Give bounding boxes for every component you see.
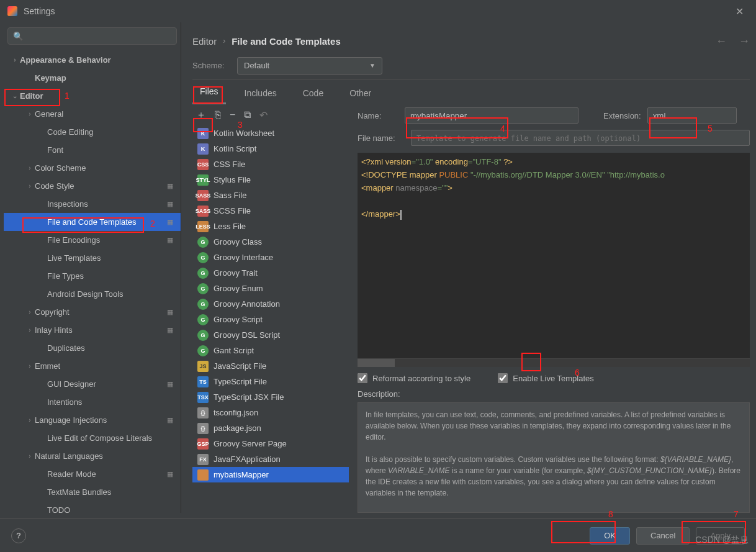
breadcrumb-current: File and Code Templates — [232, 36, 341, 47]
tree-item[interactable]: ›Code Style▦ — [4, 177, 181, 195]
cancel-button[interactable]: Cancel — [636, 527, 690, 545]
file-icon: CSS — [197, 159, 209, 170]
tree-item[interactable]: File Encodings▦ — [4, 231, 181, 249]
tree-item[interactable]: ›Color Scheme — [4, 159, 181, 177]
template-code-editor[interactable]: <?xml version="1.0" encoding="UTF-8" ?> … — [358, 153, 750, 358]
template-name-input[interactable] — [405, 107, 578, 124]
tree-item[interactable]: TODO — [4, 501, 181, 513]
breadcrumb-editor[interactable]: Editor — [192, 36, 217, 47]
tree-item[interactable]: Live Edit of Compose Literals — [4, 429, 181, 447]
template-file-item[interactable]: LESSLess File — [192, 219, 349, 234]
template-file-item[interactable]: KKotlin Worksheet — [192, 125, 349, 141]
chevron-down-icon: ▼ — [369, 62, 376, 69]
description-text: In file templates, you can use text, cod… — [358, 402, 750, 513]
undo-icon[interactable]: ↶ — [259, 109, 268, 121]
tree-item[interactable]: ›Inlay Hints▦ — [4, 321, 181, 339]
scheme-label: Scheme: — [192, 61, 237, 70]
template-file-item[interactable]: FXJavaFXApplication — [192, 451, 349, 467]
file-icon: FX — [197, 454, 209, 465]
watermark: CSDN @盐息 — [695, 535, 749, 546]
template-file-item[interactable]: GGroovy Trait — [192, 265, 349, 281]
file-icon: SASS — [197, 206, 209, 217]
enable-live-templates-checkbox[interactable]: Enable Live Templates — [498, 373, 594, 383]
template-file-item[interactable]: {}package.json — [192, 420, 349, 436]
add-icon[interactable]: ＋ — [196, 109, 206, 122]
tree-item[interactable]: Intentions — [4, 393, 181, 411]
tab-code[interactable]: Code — [295, 88, 331, 104]
tree-item[interactable]: File and Code Templates▦ — [4, 213, 181, 231]
tree-item[interactable]: File Types — [4, 267, 181, 285]
file-icon: G — [197, 268, 209, 279]
window-title: Settings — [24, 6, 55, 16]
tab-files[interactable]: Files — [192, 86, 226, 104]
template-file-item[interactable]: GGroovy Script — [192, 312, 349, 327]
description-label: Description: — [358, 389, 750, 399]
tree-item[interactable]: ›Emmet — [4, 357, 181, 375]
template-file-item[interactable]: GGroovy Annotation — [192, 296, 349, 312]
gear-icon: ▦ — [167, 326, 173, 334]
template-file-item[interactable]: CSSCSS File — [192, 156, 349, 172]
tree-item[interactable]: Duplicates — [4, 339, 181, 357]
template-file-item[interactable]: SASSSCSS File — [192, 203, 349, 219]
template-file-item[interactable]: GGroovy DSL Script — [192, 327, 349, 343]
gear-icon: ▦ — [167, 308, 173, 316]
reformat-checkbox[interactable]: Reformat according to style — [358, 373, 470, 383]
template-file-item[interactable]: GGroovy Enum — [192, 281, 349, 296]
file-icon: SASS — [197, 190, 209, 201]
tree-item[interactable]: Live Templates — [4, 249, 181, 267]
tree-item[interactable]: Code Editing — [4, 123, 181, 141]
back-icon[interactable]: ← — [716, 35, 727, 47]
template-file-item[interactable]: mybatisMapper — [192, 467, 349, 482]
scheme-select[interactable]: Default ▼ — [237, 57, 382, 75]
help-button[interactable]: ? — [11, 528, 26, 543]
file-icon: G — [197, 330, 209, 341]
tree-item[interactable]: Reader Mode▦ — [4, 465, 181, 483]
template-file-item[interactable]: TSXTypeScript JSX File — [192, 389, 349, 405]
tree-item[interactable]: ›Copyright▦ — [4, 303, 181, 321]
tree-item[interactable]: ›General — [4, 105, 181, 123]
copy-icon[interactable]: ⧉ — [244, 109, 251, 120]
copy-template-icon[interactable]: ⎘ — [215, 109, 221, 120]
tree-item[interactable]: Keymap — [4, 69, 181, 87]
tree-item[interactable]: Inspections▦ — [4, 195, 181, 213]
extension-label: Extension: — [603, 111, 641, 120]
settings-search-input[interactable] — [7, 27, 177, 45]
filename-input[interactable] — [411, 130, 750, 146]
gear-icon: ▦ — [167, 380, 173, 388]
remove-icon[interactable]: − — [230, 109, 235, 120]
tree-item[interactable]: ›Natural Languages — [4, 447, 181, 465]
filename-label: File name: — [358, 133, 405, 143]
template-file-item[interactable]: GSPGroovy Server Page — [192, 436, 349, 451]
file-icon: G — [197, 345, 209, 356]
gear-icon: ▦ — [167, 470, 173, 478]
file-icon: JS — [197, 361, 209, 372]
horizontal-scrollbar[interactable] — [358, 358, 750, 367]
tree-item[interactable]: Font — [4, 141, 181, 159]
tree-item[interactable]: ⌄Editor — [4, 87, 181, 105]
ok-button[interactable]: OK — [590, 527, 630, 545]
template-file-item[interactable]: SASSSass File — [192, 188, 349, 203]
tab-other[interactable]: Other — [342, 88, 379, 104]
extension-input[interactable] — [647, 107, 737, 124]
file-icon: G — [197, 237, 209, 248]
tree-item[interactable]: Android Design Tools — [4, 285, 181, 303]
tree-item[interactable]: TextMate Bundles — [4, 483, 181, 501]
template-file-item[interactable]: TSTypeScript File — [192, 374, 349, 389]
template-file-item[interactable]: {}tsconfig.json — [192, 405, 349, 420]
name-label: Name: — [358, 111, 398, 120]
forward-icon[interactable]: → — [739, 35, 750, 47]
template-file-item[interactable]: GGroovy Class — [192, 234, 349, 250]
close-icon[interactable]: ✕ — [731, 3, 749, 20]
gear-icon: ▦ — [167, 200, 173, 208]
tree-item[interactable]: ›Appearance & Behavior — [4, 51, 181, 69]
template-file-item[interactable]: STYLStylus File — [192, 172, 349, 188]
tab-includes[interactable]: Includes — [237, 88, 284, 104]
gear-icon: ▦ — [167, 182, 173, 190]
template-file-item[interactable]: KKotlin Script — [192, 141, 349, 156]
template-file-item[interactable]: GGroovy Interface — [192, 250, 349, 265]
tree-item[interactable]: ›Language Injections▦ — [4, 411, 181, 429]
file-icon: G — [197, 283, 209, 294]
template-file-item[interactable]: JSJavaScript File — [192, 358, 349, 374]
template-file-item[interactable]: GGant Script — [192, 343, 349, 358]
tree-item[interactable]: GUI Designer▦ — [4, 375, 181, 393]
